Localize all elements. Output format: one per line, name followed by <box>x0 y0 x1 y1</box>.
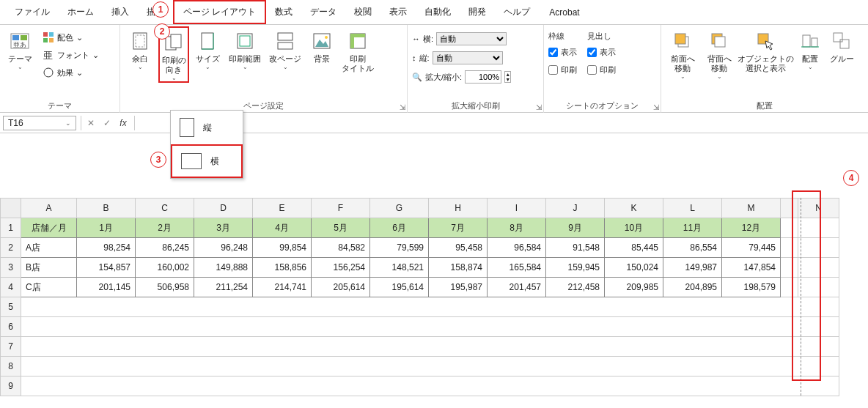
cell[interactable]: 79,445 <box>722 238 781 258</box>
cell[interactable]: 98,254 <box>77 238 136 258</box>
cell[interactable]: 10月 <box>605 218 663 238</box>
align-button[interactable]: 配置⌄ <box>795 26 825 70</box>
cell[interactable]: 91,548 <box>546 238 605 258</box>
cell[interactable]: 211,254 <box>194 278 253 297</box>
cell[interactable]: 95,458 <box>429 238 488 258</box>
menu-home[interactable]: ホーム <box>59 1 103 23</box>
cell[interactable]: 79,599 <box>370 238 429 258</box>
column-header[interactable]: G <box>370 199 429 218</box>
menu-developer[interactable]: 開発 <box>460 1 495 23</box>
scale-height-select[interactable]: 自動 <box>433 51 503 64</box>
cell[interactable]: 159,945 <box>546 258 605 278</box>
cell[interactable] <box>21 337 839 357</box>
name-box[interactable]: T16 ⌄ <box>3 116 76 130</box>
sheet-options-dialog-launcher[interactable]: ⇲ <box>653 103 659 111</box>
menu-draw[interactable]: 描画 描 1 <box>138 1 173 23</box>
cell[interactable]: 8月 <box>488 218 546 238</box>
cell[interactable]: 195,987 <box>429 278 488 297</box>
column-header[interactable]: D <box>194 199 253 218</box>
column-header[interactable]: J <box>546 199 605 218</box>
cell[interactable]: C店 <box>21 278 77 297</box>
column-header[interactable]: A <box>21 199 77 218</box>
column-header[interactable]: E <box>253 199 312 218</box>
row-header[interactable]: 2 <box>1 238 21 258</box>
cell[interactable]: 204,895 <box>663 278 722 297</box>
formula-enter-button[interactable]: ✓ <box>99 118 115 128</box>
cell[interactable]: 160,002 <box>136 258 194 278</box>
cell[interactable]: 212,458 <box>546 278 605 297</box>
cell[interactable]: 86,554 <box>663 238 722 258</box>
theme-colors-button[interactable]: 配色⌄ <box>38 29 103 45</box>
cell[interactable]: 147,854 <box>722 258 781 278</box>
cell[interactable]: 148,521 <box>370 258 429 278</box>
cell[interactable] <box>21 317 839 337</box>
cell[interactable]: 201,457 <box>488 278 546 297</box>
cell[interactable]: 149,888 <box>194 258 253 278</box>
formula-cancel-button[interactable]: ✕ <box>83 118 99 128</box>
gridlines-print-checkbox[interactable]: 印刷 <box>548 62 577 77</box>
column-header[interactable]: C <box>136 199 194 218</box>
row-header[interactable]: 3 <box>1 258 21 278</box>
cell[interactable] <box>21 297 839 317</box>
orientation-button[interactable]: 2 印刷の 向き⌄ <box>158 26 189 83</box>
formula-input[interactable] <box>134 116 868 130</box>
cell[interactable]: 154,857 <box>77 258 136 278</box>
cell[interactable]: A店 <box>21 238 77 258</box>
cell[interactable]: 149,987 <box>663 258 722 278</box>
size-button[interactable]: サイズ⌄ <box>192 26 223 70</box>
column-header[interactable]: B <box>77 199 136 218</box>
print-area-button[interactable]: 印刷範囲⌄ <box>226 26 264 70</box>
background-button[interactable]: 背景 <box>306 26 337 64</box>
cell[interactable]: 5月 <box>312 218 370 238</box>
cell[interactable]: 店舗／月 <box>21 218 77 238</box>
column-header[interactable]: M <box>722 199 781 218</box>
page-setup-dialog-launcher[interactable]: ⇲ <box>400 103 405 111</box>
cell[interactable]: 11月 <box>663 218 722 238</box>
menu-automate[interactable]: 自動化 <box>416 1 460 23</box>
breaks-button[interactable]: 改ページ⌄ <box>267 26 304 70</box>
headings-print-checkbox[interactable]: 印刷 <box>587 62 616 77</box>
row-header[interactable]: 7 <box>1 337 21 357</box>
row-header[interactable]: 1 <box>1 218 21 238</box>
column-header[interactable]: I <box>488 199 546 218</box>
menu-acrobat[interactable]: Acrobat <box>539 3 589 22</box>
cell[interactable]: 4月 <box>253 218 312 238</box>
gridlines-view-checkbox[interactable]: 表示 <box>548 45 577 59</box>
cell[interactable]: 165,584 <box>488 258 546 278</box>
theme-fonts-button[interactable]: 亜 フォント⌄ <box>38 47 103 63</box>
column-header[interactable]: K <box>605 199 663 218</box>
send-backward-button[interactable]: 背面へ 移動⌄ <box>702 26 736 80</box>
menu-insert[interactable]: 挿入 <box>103 1 138 23</box>
column-header[interactable]: L <box>663 199 722 218</box>
cell[interactable]: 201,145 <box>77 278 136 297</box>
chevron-down-icon[interactable]: ⌄ <box>65 119 71 127</box>
menu-help[interactable]: ヘルプ <box>495 1 539 23</box>
orientation-landscape-item[interactable]: 3 横 <box>171 144 243 178</box>
cell[interactable]: 209,985 <box>605 278 663 297</box>
cell[interactable]: B店 <box>21 258 77 278</box>
select-all-corner[interactable] <box>1 199 21 218</box>
cell[interactable] <box>21 357 839 377</box>
cell[interactable]: 99,854 <box>253 238 312 258</box>
headings-view-checkbox[interactable]: 表示 <box>587 45 616 59</box>
fx-button[interactable]: fx <box>115 118 131 128</box>
row-header[interactable]: 5 <box>1 297 21 317</box>
cell[interactable]: 7月 <box>429 218 488 238</box>
themes-button[interactable]: 亜あ テーマ ⌄ <box>4 26 35 70</box>
menu-formulas[interactable]: 数式 <box>266 1 301 23</box>
cell[interactable]: 3月 <box>194 218 253 238</box>
cell[interactable]: 205,614 <box>312 278 370 297</box>
cell[interactable]: 84,582 <box>312 238 370 258</box>
cell[interactable]: 96,248 <box>194 238 253 258</box>
cell[interactable]: 1月 <box>77 218 136 238</box>
row-header[interactable]: 4 <box>1 278 21 297</box>
row-header[interactable]: 6 <box>1 317 21 337</box>
row-header[interactable]: 9 <box>1 377 21 396</box>
print-titles-button[interactable]: 印刷 タイトル <box>340 26 375 73</box>
cell[interactable]: 158,874 <box>429 258 488 278</box>
cell[interactable]: 506,958 <box>136 278 194 297</box>
row-header[interactable]: 8 <box>1 357 21 377</box>
cell[interactable]: 156,254 <box>312 258 370 278</box>
scale-dialog-launcher[interactable]: ⇲ <box>536 103 542 111</box>
menu-data[interactable]: データ <box>301 1 345 23</box>
